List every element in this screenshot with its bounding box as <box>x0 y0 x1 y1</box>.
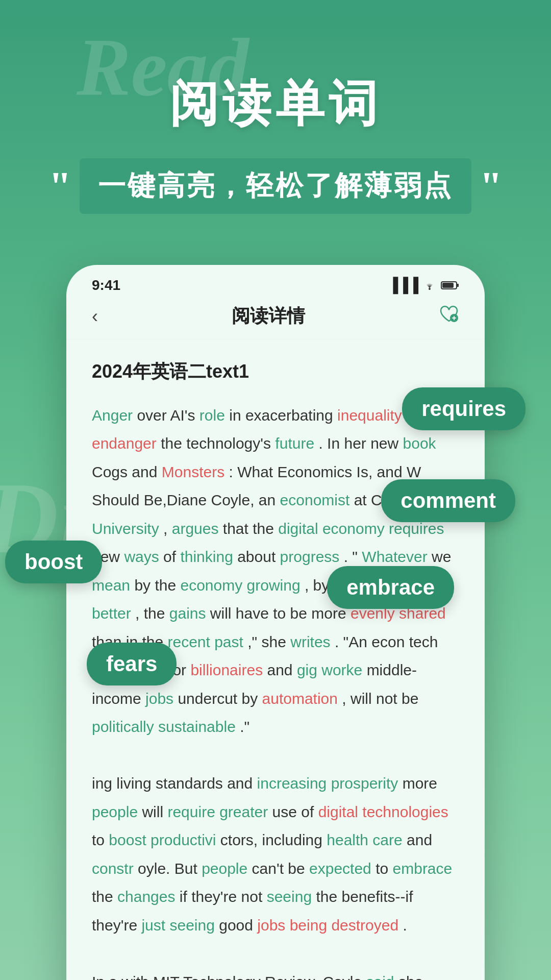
quote-left: " <box>49 166 71 207</box>
quote-container: " 一键高亮，轻松了解薄弱点 " <box>0 158 551 214</box>
main-title: 阅读单词 <box>0 71 551 138</box>
paragraph-2: ing living standards and increasing pros… <box>92 769 459 939</box>
signal-icon: ▐▐▐ <box>388 277 418 293</box>
reading-content: 2024年英语二text1 Anger over AI's role in ex… <box>66 339 485 980</box>
article-title: 2024年英语二text1 <box>92 355 459 389</box>
nav-title: 阅读详情 <box>232 304 305 329</box>
paragraph-1: Anger over AI's role in exacerbating ine… <box>92 401 459 741</box>
status-icons: ▐▐▐ <box>388 277 459 293</box>
quote-right: " <box>480 166 502 207</box>
phone-container: requires comment boost embrace fears 9:4… <box>0 234 551 980</box>
heart-icon[interactable] <box>439 305 459 328</box>
quote-text: 一键高亮，轻松了解薄弱点 <box>80 158 471 214</box>
phone-mockup: requires comment boost embrace fears 9:4… <box>66 265 485 980</box>
status-bar: 9:41 ▐▐▐ <box>66 265 485 299</box>
paragraph-3: In a with MIT Technology Review, Coyle s… <box>92 968 459 980</box>
nav-bar: ‹ 阅读详情 <box>66 299 485 339</box>
battery-icon <box>441 277 459 293</box>
back-button[interactable]: ‹ <box>92 306 98 327</box>
svg-rect-2 <box>457 284 459 287</box>
wifi-icon <box>422 277 437 293</box>
header-section: 阅读单词 " 一键高亮，轻松了解薄弱点 " <box>0 0 551 234</box>
status-time: 9:41 <box>92 277 120 293</box>
svg-rect-3 <box>442 283 454 288</box>
svg-point-0 <box>429 288 431 290</box>
